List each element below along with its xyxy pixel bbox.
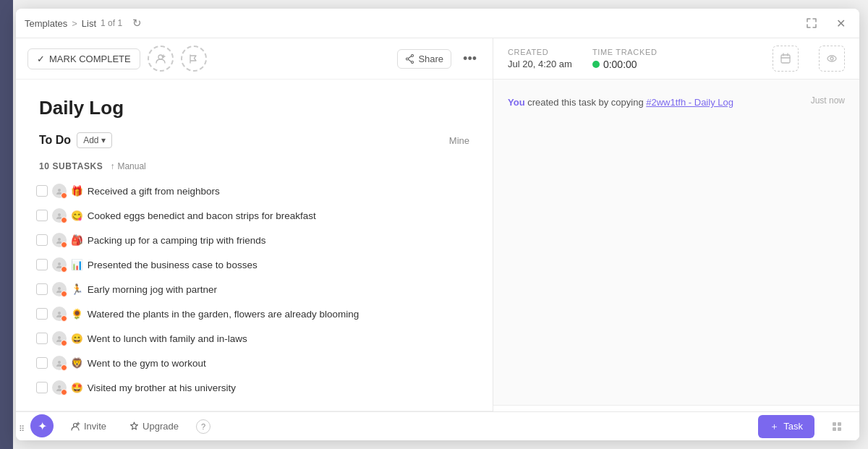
calendar-icon[interactable] [773, 46, 799, 72]
svg-point-10 [58, 336, 61, 339]
subtask-item[interactable]: 🏃 Early morning jog with partner [30, 277, 478, 302]
svg-rect-19 [833, 422, 836, 426]
bottom-bar: ⠿ ✦ Invite Upgrade ? ＋ Task [16, 411, 859, 440]
subtask-checkbox[interactable] [36, 283, 48, 295]
add-chevron-icon: ▾ [101, 135, 106, 145]
dots-grid-icon[interactable]: ⠿ [19, 424, 25, 434]
svg-point-4 [58, 189, 61, 192]
subtask-checkbox[interactable] [36, 259, 48, 270]
svg-point-15 [827, 56, 836, 61]
svg-rect-14 [781, 55, 790, 63]
mark-complete-button[interactable]: ✓ MARK COMPLETE [27, 48, 140, 69]
created-label: CREATED [508, 48, 572, 56]
new-task-button[interactable]: ＋ Task [758, 415, 814, 438]
breadcrumb-count: 1 of 1 [101, 18, 122, 28]
toolbar: ✓ MARK COMPLETE Share ••• [16, 38, 493, 80]
subtask-text: 🌻 Watered the plants in the garden, flow… [71, 308, 472, 320]
invite-button[interactable]: Invite [65, 418, 112, 435]
svg-point-1 [412, 54, 414, 56]
status-row: To Do Add ▾ Mine [39, 132, 469, 148]
sidebar-hint [0, 0, 13, 449]
subtask-avatar [52, 208, 67, 223]
modal-window: Templates > List 1 of 1 ↻ ✕ [16, 9, 859, 440]
subtask-text: 📊 Presented the business case to bosses [71, 259, 472, 270]
sort-button[interactable]: ↑ Manual [110, 161, 145, 171]
subtask-item[interactable]: 🤩 Visited my brother at his university [30, 375, 478, 400]
status-section: To Do Add ▾ Mine [16, 128, 493, 157]
time-tracked-value: 0:00:00 [592, 59, 658, 70]
add-label: Add [83, 135, 98, 145]
activity-text: You created this task by copying #2ww1tf… [508, 97, 733, 108]
subtask-item[interactable]: 🎒 Packing up for a camping trip with fri… [30, 228, 478, 252]
assignee-icon[interactable] [148, 46, 174, 72]
svg-point-0 [158, 55, 163, 59]
breadcrumb-templates[interactable]: Templates [25, 18, 67, 29]
subtask-checkbox[interactable] [36, 357, 48, 369]
subtask-avatar [52, 233, 67, 247]
svg-point-8 [58, 287, 61, 290]
task-title-area: Daily Log [16, 80, 493, 128]
left-panel: ✓ MARK COMPLETE Share ••• [16, 38, 493, 440]
subtask-avatar [52, 257, 67, 272]
subtask-emoji: 🤩 [71, 382, 83, 393]
help-button[interactable]: ? [196, 419, 210, 434]
modal-body: ✓ MARK COMPLETE Share ••• [16, 38, 859, 440]
subtask-avatar [52, 331, 67, 346]
svg-rect-20 [838, 422, 841, 426]
svg-point-9 [58, 312, 61, 315]
subtask-avatar [52, 356, 67, 370]
more-options-button[interactable]: ••• [459, 50, 481, 68]
time-value: 0:00:00 [603, 59, 637, 70]
svg-point-7 [58, 262, 61, 265]
activity-content: You created this task by copying #2ww1tf… [508, 95, 805, 110]
share-label: Share [418, 54, 443, 64]
star-logo: ✦ [30, 414, 54, 437]
refresh-icon[interactable]: ↻ [127, 13, 147, 33]
subtask-item[interactable]: 🌻 Watered the plants in the garden, flow… [30, 302, 478, 326]
activity-link[interactable]: #2ww1tfh - Daily Log [646, 97, 733, 108]
subtasks-header: 10 SUBTASKS ↑ Manual [16, 157, 493, 176]
share-button[interactable]: Share [397, 49, 451, 69]
subtask-checkbox[interactable] [36, 382, 48, 393]
subtask-checkbox[interactable] [36, 308, 48, 320]
flag-icon[interactable] [181, 46, 207, 72]
subtask-item[interactable]: 😋 Cooked eggs benedict and bacon strips … [30, 203, 478, 228]
subtask-item[interactable]: 😄 Went to lunch with family and in-laws [30, 326, 478, 351]
invite-label: Invite [84, 421, 106, 432]
subtask-text: 🎁 Received a gift from neighbors [71, 185, 472, 197]
subtask-item[interactable]: 🎁 Received a gift from neighbors [30, 179, 478, 203]
grid-view-icon[interactable] [826, 416, 848, 437]
subtask-text: 🤩 Visited my brother at his university [71, 382, 472, 393]
subtask-text: 😄 Went to lunch with family and in-laws [71, 333, 472, 344]
add-subtask-button[interactable]: Add ▾ [77, 132, 111, 148]
activity-item: You created this task by copying #2ww1tf… [508, 91, 845, 114]
svg-point-11 [58, 361, 61, 364]
svg-point-12 [58, 385, 61, 388]
checkmark-icon: ✓ [37, 54, 45, 64]
subtask-emoji: 📊 [71, 260, 83, 270]
subtask-item[interactable]: 📊 Presented the business case to bosses [30, 252, 478, 277]
status-label: To Do [39, 134, 71, 147]
activity-you: You [508, 97, 525, 108]
subtask-checkbox[interactable] [36, 210, 48, 221]
sort-label: Manual [117, 161, 145, 171]
modal-header: Templates > List 1 of 1 ↻ ✕ [16, 9, 859, 38]
subtask-item[interactable]: 🦁 Went to the gym to workout [30, 351, 478, 375]
subtask-emoji: 🌻 [71, 309, 83, 320]
subtask-checkbox[interactable] [36, 333, 48, 344]
upgrade-button[interactable]: Upgrade [124, 418, 184, 435]
mine-filter[interactable]: Mine [449, 135, 469, 146]
breadcrumb-list[interactable]: List [82, 18, 96, 29]
subtask-avatar [52, 307, 67, 321]
expand-icon[interactable] [801, 13, 822, 33]
subtask-avatar [52, 380, 67, 395]
eye-icon[interactable] [819, 46, 845, 72]
created-value: Jul 20, 4:20 am [508, 59, 572, 69]
subtask-checkbox[interactable] [36, 234, 48, 246]
subtask-emoji: 🦁 [71, 358, 83, 369]
close-icon[interactable]: ✕ [830, 13, 851, 33]
task-title[interactable]: Daily Log [39, 97, 469, 119]
sort-arrow-icon: ↑ [110, 161, 114, 171]
subtask-checkbox[interactable] [36, 185, 48, 197]
svg-point-5 [58, 213, 61, 216]
